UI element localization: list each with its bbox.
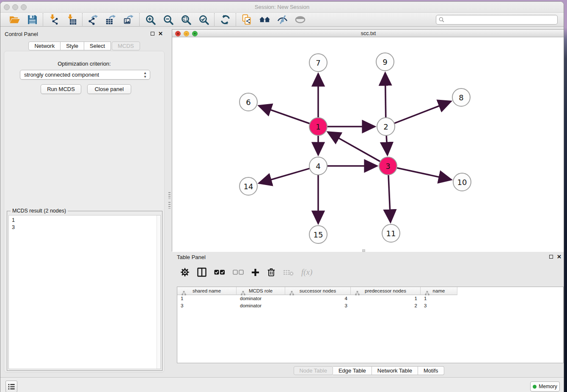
select-all-icon[interactable] — [214, 266, 225, 278]
graph-node-6[interactable]: 6 — [239, 93, 257, 111]
network-canvas[interactable]: 7968124314101511 — [172, 37, 564, 252]
close-panel-icon[interactable]: ✕ — [158, 32, 163, 36]
graph-node-4[interactable]: 4 — [309, 157, 327, 175]
graph-node-3[interactable]: 3 — [379, 157, 397, 175]
export-image-icon[interactable] — [122, 14, 135, 25]
network-maximize-icon[interactable]: + — [192, 31, 198, 36]
table-cell[interactable]: 3 — [177, 302, 237, 309]
network-view-window: ✕ − + scc.txt 7968124314101511 — [172, 29, 564, 251]
minimize-window-icon[interactable] — [12, 4, 18, 10]
mcds-panel: Optimization criterion: strongly connect… — [4, 51, 165, 373]
edge-2-9[interactable] — [385, 73, 385, 118]
table-cell[interactable]: 4 — [285, 295, 351, 302]
close-window-icon[interactable] — [4, 4, 10, 10]
table-cell[interactable]: 3 — [421, 302, 457, 309]
table-row[interactable]: 1dominator411 — [177, 295, 563, 302]
zoom-fit-icon[interactable] — [179, 14, 193, 25]
refresh-icon[interactable] — [218, 14, 232, 25]
duplicate-network-icon[interactable] — [240, 14, 253, 25]
memory-button[interactable]: Memory — [530, 381, 560, 392]
edge-2-3[interactable] — [386, 135, 387, 155]
tab-select[interactable]: Select — [84, 41, 111, 50]
edge-3-1[interactable] — [328, 132, 380, 162]
import-table-icon[interactable] — [65, 14, 78, 25]
search-input[interactable] — [446, 17, 555, 22]
splitter-grip[interactable] — [168, 202, 171, 209]
import-network-icon[interactable] — [47, 14, 61, 25]
deselect-all-icon[interactable] — [233, 266, 244, 278]
graph-node-1[interactable]: 1 — [309, 118, 327, 135]
tab-network[interactable]: Network — [28, 41, 61, 50]
control-panel-tabs: NetworkStyleSelectMCDS — [4, 41, 165, 50]
node-label: 10 — [457, 178, 467, 187]
edge-1-6[interactable] — [259, 106, 310, 124]
task-history-button[interactable] — [6, 381, 17, 392]
eye-icon[interactable] — [293, 14, 307, 25]
network-close-icon[interactable]: ✕ — [175, 31, 181, 36]
tab-node-table[interactable]: Node Table — [293, 366, 333, 375]
table-cell[interactable]: 3 — [285, 302, 351, 309]
graph-node-7[interactable]: 7 — [309, 54, 327, 72]
float-table-panel-icon[interactable] — [549, 255, 553, 259]
search-field[interactable] — [436, 15, 558, 25]
table-row[interactable]: 3dominator323 — [177, 302, 563, 309]
table-cell[interactable]: 1 — [351, 295, 421, 302]
table-cell[interactable]: dominator — [237, 295, 285, 302]
zoom-selected-icon[interactable] — [197, 14, 210, 25]
graph-node-11[interactable]: 11 — [382, 224, 400, 242]
tab-motifs[interactable]: Motifs — [418, 366, 444, 375]
column-view-icon[interactable] — [197, 266, 206, 278]
delete-row-icon[interactable] — [267, 266, 275, 278]
open-folder-icon[interactable] — [8, 14, 21, 25]
hide-icon[interactable] — [275, 14, 289, 25]
column-header-MCDS-role[interactable]: MCDS role — [237, 287, 285, 295]
tab-edge-table[interactable]: Edge Table — [333, 366, 372, 375]
mcds-result-area[interactable]: 13 — [8, 215, 161, 369]
zoom-out-icon[interactable] — [161, 14, 175, 25]
home-icon[interactable] — [258, 14, 271, 25]
edge-3-10[interactable] — [397, 168, 451, 179]
splitter-grip[interactable] — [168, 192, 171, 199]
table-toolbar: f(x) — [180, 266, 312, 279]
toolbar-group — [83, 14, 139, 25]
column-header-shared-name[interactable]: shared name — [177, 287, 237, 295]
tab-network-table[interactable]: Network Table — [372, 366, 418, 375]
export-table-icon[interactable] — [104, 14, 118, 25]
run-mcds-button[interactable]: Run MCDS — [41, 84, 81, 94]
table-cell[interactable]: 1 — [177, 295, 237, 302]
close-table-panel-icon[interactable]: ✕ — [557, 255, 561, 259]
graph-node-15[interactable]: 15 — [309, 226, 327, 243]
graph-node-8[interactable]: 8 — [452, 88, 470, 106]
float-panel-icon[interactable] — [151, 32, 154, 36]
add-row-icon[interactable] — [251, 266, 259, 278]
save-icon[interactable] — [25, 14, 39, 25]
edge-4-14[interactable] — [259, 168, 310, 183]
export-network-icon[interactable] — [86, 14, 100, 25]
node-label: 1 — [316, 122, 320, 131]
graph-node-9[interactable]: 9 — [376, 53, 394, 71]
table-cell[interactable]: 2 — [351, 302, 421, 309]
result-scrollbar[interactable] — [157, 215, 160, 369]
table-cell[interactable]: dominator — [237, 302, 285, 309]
network-minimize-icon[interactable]: − — [184, 31, 189, 36]
column-header-name[interactable]: name — [421, 287, 457, 295]
close-panel-button[interactable]: Close panel — [87, 84, 131, 94]
edge-3-11[interactable] — [388, 175, 391, 222]
column-header-successor-nodes[interactable]: successor nodes — [285, 287, 351, 295]
graph-node-14[interactable]: 14 — [239, 177, 257, 195]
table-cell[interactable]: 1 — [421, 295, 457, 302]
column-label: MCDS role — [249, 288, 272, 293]
settings-gear-icon[interactable] — [180, 266, 190, 278]
criterion-select[interactable]: strongly connected component ▲▼ — [20, 70, 150, 80]
network-window-titlebar[interactable]: ✕ − + scc.txt — [172, 30, 564, 37]
edge-2-8[interactable] — [394, 101, 451, 123]
tab-mcds[interactable]: MCDS — [112, 41, 140, 50]
tab-style[interactable]: Style — [61, 41, 84, 50]
zoom-window-icon[interactable] — [21, 4, 27, 10]
zoom-in-icon[interactable] — [143, 14, 157, 25]
graph-node-10[interactable]: 10 — [453, 173, 471, 191]
network-window-controls: ✕ − + — [175, 31, 198, 36]
titlebar[interactable]: Session: New Session — [0, 2, 564, 12]
column-header-predecessor-nodes[interactable]: predecessor nodes — [351, 287, 421, 295]
graph-node-2[interactable]: 2 — [377, 118, 395, 135]
